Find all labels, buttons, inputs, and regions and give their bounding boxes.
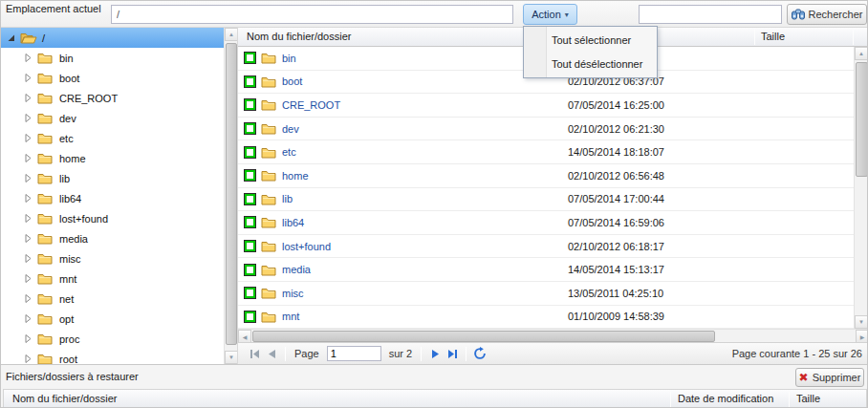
table-row[interactable]: etc 14/05/2014 18:18:07	[238, 140, 854, 164]
column-header-size[interactable]: Taille	[796, 393, 820, 404]
checkbox-checked-icon[interactable]	[245, 170, 255, 181]
file-name-link[interactable]: misc	[282, 288, 304, 299]
table-row[interactable]: lib 07/05/2014 17:00:44	[238, 188, 854, 212]
checkbox-checked-icon[interactable]	[245, 76, 255, 87]
tree-expander-icon[interactable]	[24, 274, 37, 283]
tree-item[interactable]: root	[1, 349, 224, 364]
tree-expander-icon[interactable]	[24, 154, 37, 162]
table-row[interactable]: lost+found 02/10/2012 06:18:17	[238, 235, 854, 259]
tree-expander-icon[interactable]	[24, 334, 37, 343]
tree-item[interactable]: boot	[1, 68, 224, 88]
menu-item-select-all[interactable]: Tout sélectionner	[524, 29, 657, 53]
tree-item[interactable]: dev	[1, 108, 224, 128]
previous-page-button[interactable]	[263, 345, 280, 362]
table-row[interactable]: dev 02/10/2012 06:21:30	[238, 118, 854, 141]
tree-vertical-scrollbar[interactable]: ▲ ▼	[224, 28, 237, 364]
tree-expander-icon[interactable]	[24, 194, 37, 203]
search-input[interactable]	[639, 5, 782, 24]
file-name-link[interactable]: boot	[282, 75, 302, 87]
file-name-link[interactable]: etc	[282, 146, 296, 158]
scroll-up-button[interactable]: ▲	[855, 47, 868, 60]
first-page-button[interactable]	[246, 345, 263, 362]
action-button[interactable]: Action ▾	[523, 4, 577, 25]
tree-expander-icon[interactable]	[24, 114, 37, 122]
checkbox-checked-icon[interactable]	[245, 194, 255, 204]
file-name-link[interactable]: lost+found	[282, 241, 331, 252]
tree-item[interactable]: lib64	[1, 188, 224, 208]
tree-item[interactable]: opt	[1, 309, 224, 329]
page-number-input[interactable]	[327, 346, 381, 361]
location-input[interactable]	[111, 5, 513, 24]
file-name-link[interactable]: dev	[282, 123, 299, 135]
tree-item[interactable]: home	[1, 148, 224, 168]
checkbox-checked-icon[interactable]	[245, 288, 255, 298]
delete-button[interactable]: ✖ Supprimer	[795, 368, 864, 387]
checkbox-checked-icon[interactable]	[245, 217, 255, 227]
tree-item-label: etc	[59, 133, 74, 144]
tree-item[interactable]: lib	[1, 168, 224, 188]
tree-expander-icon[interactable]	[24, 294, 37, 303]
scroll-left-button[interactable]: ◀	[238, 330, 251, 343]
tree-expander-icon[interactable]	[24, 54, 37, 62]
tree-expander-icon[interactable]	[24, 234, 37, 243]
tree-item[interactable]: etc	[1, 128, 224, 148]
menu-item-deselect-all[interactable]: Tout désélectionner	[524, 53, 657, 76]
checkbox-checked-icon[interactable]	[245, 147, 255, 158]
next-page-button[interactable]	[426, 345, 444, 362]
file-name-link[interactable]: home	[282, 170, 309, 182]
file-name-link[interactable]: lib64	[282, 217, 304, 228]
table-row[interactable]: home 02/10/2012 06:56:48	[238, 164, 854, 188]
tree-expander-icon[interactable]	[24, 354, 37, 363]
file-name-link[interactable]: mnt	[282, 311, 299, 322]
checkbox-checked-icon[interactable]	[245, 241, 255, 251]
tree-item[interactable]: bin	[1, 48, 224, 68]
tree-item[interactable]: CRE_ROOT	[1, 88, 224, 108]
file-name-link[interactable]: CRE_ROOT	[282, 99, 340, 111]
tree-expander-icon[interactable]	[24, 214, 37, 223]
tree-item[interactable]: proc	[1, 329, 224, 349]
tree-expander-icon[interactable]	[24, 174, 37, 183]
column-header-date[interactable]: Date de modification	[678, 393, 773, 404]
tree-expander-icon[interactable]	[24, 94, 37, 102]
tree-item[interactable]: /	[1, 28, 224, 48]
checkbox-checked-icon[interactable]	[245, 99, 255, 110]
table-row[interactable]: misc 13/05/2011 04:25:10	[238, 282, 854, 306]
paging-status-text: Page courante 1 - 25 sur 26	[732, 348, 862, 359]
scroll-down-button[interactable]: ▼	[225, 351, 238, 364]
scroll-down-button[interactable]: ▼	[855, 315, 868, 329]
checkbox-checked-icon[interactable]	[245, 53, 255, 63]
tree-scrollbar-thumb[interactable]	[226, 43, 237, 345]
column-header-name[interactable]: Nom du fichier/dossier	[247, 31, 351, 42]
tree-expander-icon[interactable]	[7, 33, 20, 42]
scroll-up-button[interactable]: ▲	[225, 28, 238, 41]
refresh-button[interactable]	[471, 345, 488, 362]
file-name-link[interactable]: bin	[282, 53, 296, 64]
grid-hscrollbar-thumb[interactable]	[252, 331, 715, 342]
table-row[interactable]: CRE_ROOT 07/05/2014 16:25:00	[238, 94, 854, 118]
search-button[interactable]: Rechercher	[787, 4, 867, 25]
tree-expander-icon[interactable]	[24, 254, 37, 263]
tree-expander-icon[interactable]	[24, 134, 37, 142]
table-row[interactable]: media 14/05/2014 15:13:17	[238, 258, 854, 282]
tree-expander-icon[interactable]	[24, 314, 37, 323]
checkbox-checked-icon[interactable]	[245, 265, 255, 275]
grid-horizontal-scrollbar[interactable]: ◀ ▶	[238, 329, 868, 342]
tree-item[interactable]: net	[1, 289, 224, 309]
column-header-size[interactable]: Taille	[761, 31, 785, 42]
table-row[interactable]: lib64 07/05/2014 16:59:06	[238, 211, 854, 235]
tree-expander-icon[interactable]	[24, 74, 37, 82]
grid-vscrollbar-thumb[interactable]	[856, 62, 868, 177]
grid-vertical-scrollbar[interactable]: ▲ ▼	[854, 47, 868, 329]
scroll-right-button[interactable]: ▶	[856, 330, 868, 343]
file-name-link[interactable]: lib	[282, 193, 293, 204]
checkbox-checked-icon[interactable]	[245, 311, 255, 322]
tree-item[interactable]: mnt	[1, 268, 224, 289]
file-name-link[interactable]: media	[282, 264, 311, 275]
checkbox-checked-icon[interactable]	[245, 123, 255, 134]
tree-item[interactable]: lost+found	[1, 208, 224, 228]
table-row[interactable]: mnt 01/10/2009 14:58:39	[238, 306, 854, 329]
tree-item[interactable]: misc	[1, 248, 224, 268]
tree-item[interactable]: media	[1, 228, 224, 248]
column-header-name[interactable]: Nom du fichier/dossier	[12, 393, 117, 404]
last-page-button[interactable]	[444, 345, 461, 362]
